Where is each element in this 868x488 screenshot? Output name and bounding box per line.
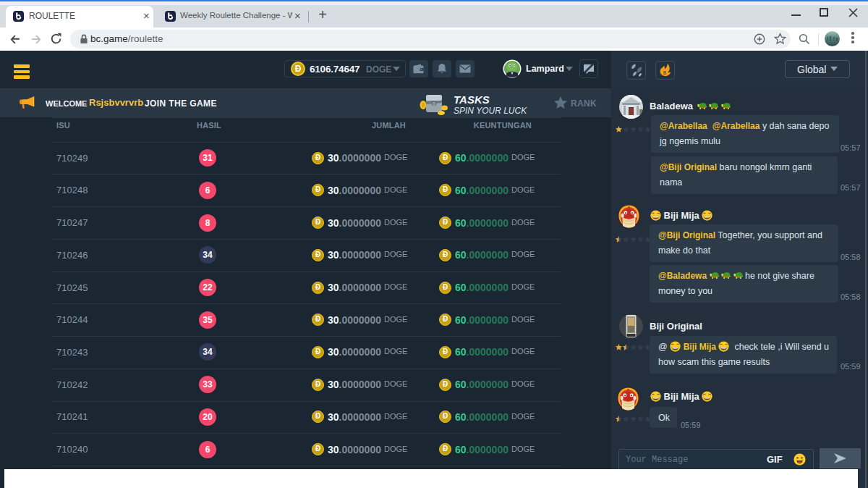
svg-text:B: B xyxy=(663,70,667,75)
svg-text:0: 0 xyxy=(433,101,435,106)
